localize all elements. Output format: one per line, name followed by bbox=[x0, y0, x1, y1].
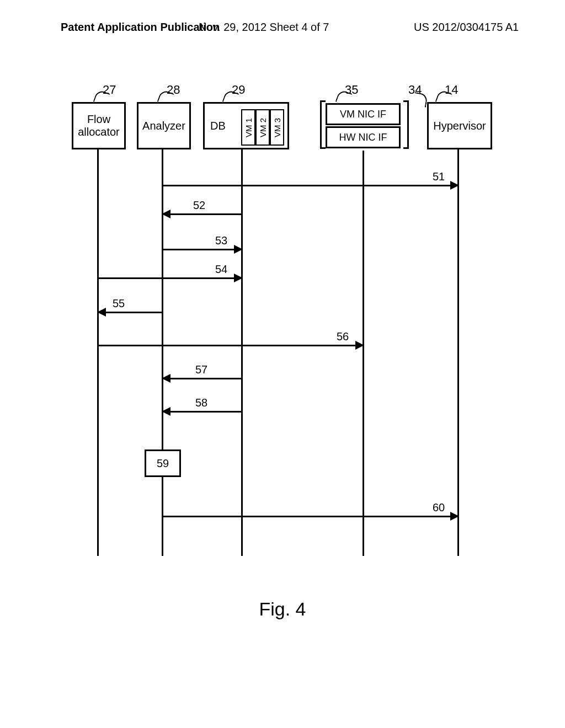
actor-analyzer: Analyzer bbox=[137, 102, 191, 149]
msg52-label: 52 bbox=[192, 199, 206, 212]
sequence-diagram: 27 28 29 35 34 14 Flow allocator Analyze… bbox=[72, 85, 491, 565]
db-slot-vm2: VM 2 bbox=[255, 109, 270, 146]
msg57-head bbox=[162, 374, 170, 383]
msg60-label: 60 bbox=[431, 501, 446, 514]
figure-caption: Fig. 4 bbox=[0, 598, 565, 620]
actor-hw-nic-if: HW NIC IF bbox=[326, 126, 401, 148]
msg58-label: 58 bbox=[194, 397, 209, 409]
lifeline-flow-allocator bbox=[97, 148, 99, 556]
msg58-head bbox=[162, 407, 170, 416]
actor-vm-nic-if: VM NIC IF bbox=[326, 103, 401, 125]
msg57-label: 57 bbox=[194, 363, 209, 376]
msg54-label: 54 bbox=[214, 263, 228, 276]
msg60-line bbox=[163, 516, 450, 517]
msg56-head bbox=[355, 341, 364, 350]
msg53-head bbox=[234, 245, 243, 254]
msg56-line bbox=[99, 345, 355, 346]
page: Patent Application Publication Nov. 29, … bbox=[0, 0, 565, 728]
msg52-line bbox=[170, 213, 242, 215]
msg51-head bbox=[450, 181, 459, 190]
db-slot-vm1: VM 1 bbox=[241, 109, 255, 146]
msg54-line bbox=[99, 277, 234, 279]
activation-59: 59 bbox=[145, 449, 181, 477]
msg54-head bbox=[234, 274, 243, 282]
msg56-label: 56 bbox=[335, 330, 350, 343]
msg58-line bbox=[170, 411, 242, 413]
actor-hypervisor: Hypervisor bbox=[427, 102, 492, 149]
db-label: DB bbox=[210, 120, 226, 132]
lifeline-hypervisor bbox=[457, 148, 459, 556]
actor-flow-allocator: Flow allocator bbox=[72, 102, 126, 149]
msg51-line bbox=[163, 185, 450, 186]
msg55-line bbox=[106, 312, 162, 313]
msg55-head bbox=[97, 308, 106, 317]
lifeline-db bbox=[241, 148, 243, 556]
msg53-line bbox=[163, 249, 234, 250]
msg60-head bbox=[450, 512, 459, 521]
lifeline-analyzer bbox=[162, 148, 163, 556]
msg51-label: 51 bbox=[431, 170, 446, 183]
leader-34 bbox=[413, 92, 428, 108]
msg55-label: 55 bbox=[111, 297, 126, 310]
db-vm-slots: VM 1 VM 2 VM 3 bbox=[241, 109, 284, 146]
actor-db: DB VM 1 VM 2 VM 3 bbox=[203, 102, 289, 149]
msg57-line bbox=[170, 378, 242, 379]
msg53-label: 53 bbox=[214, 234, 228, 247]
header-docnumber: US 2012/0304175 A1 bbox=[414, 21, 519, 34]
header-publication: Patent Application Publication bbox=[61, 21, 220, 34]
header-date-sheet: Nov. 29, 2012 Sheet 4 of 7 bbox=[199, 21, 329, 34]
lifeline-nic bbox=[363, 151, 364, 556]
msg52-head bbox=[162, 210, 170, 218]
db-slot-vm3: VM 3 bbox=[270, 109, 284, 146]
